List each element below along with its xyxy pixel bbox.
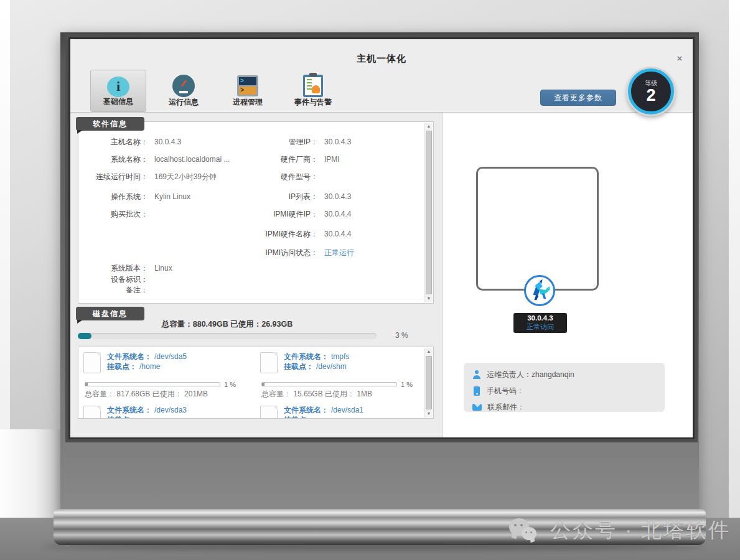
- fs-label: 文件系统名：: [284, 406, 329, 414]
- mount-value: /dev/shm: [316, 362, 347, 371]
- app-window: 主机一体化 × 基础信息 运行信息 进程管理: [70, 39, 693, 437]
- fs-label: 文件系统名：: [284, 352, 329, 361]
- field-label: 设备标识：: [81, 274, 148, 284]
- disk-item-percent: 1 %: [401, 381, 413, 388]
- field-value: Linux: [154, 264, 172, 273]
- disk-item-usage-bar: 1 %: [261, 378, 413, 390]
- scroll-up-icon[interactable]: [425, 123, 433, 130]
- contact-owner: 运维负责人：zhangdanqin: [487, 370, 574, 380]
- device-node-icon[interactable]: [524, 275, 555, 306]
- section-tag-software-info: 软件信息: [76, 117, 144, 131]
- field-label: 连续运行时间：: [81, 172, 148, 182]
- fs-label: 文件系统名：: [107, 352, 152, 361]
- field-value: 30.0.4.3: [324, 192, 351, 201]
- field-label: 系统名称：: [81, 154, 148, 164]
- contact-row: 手机号码：: [472, 385, 656, 397]
- field-value: IPMI: [324, 155, 340, 164]
- field-row: 设备标识：: [81, 274, 154, 284]
- field-label: 管理IP：: [234, 137, 318, 147]
- tab-runtime-info[interactable]: 运行信息: [156, 70, 212, 112]
- disk-item: 文件系统名：tmpfs 挂载点：/dev/shm 1 % 总容量： 15.65G…: [260, 351, 425, 403]
- field-row: 操作系统：Kylin Linux: [81, 192, 190, 202]
- field-row: IP列表：30.0.4.3: [234, 192, 351, 202]
- fs-value: tmpfs: [331, 352, 349, 361]
- scrollbar-thumb[interactable]: [426, 356, 432, 409]
- fs-value: /dev/sda5: [154, 352, 187, 361]
- disk-usage-progressbar: [78, 333, 377, 339]
- kiosk-display: 主机一体化 × 基础信息 运行信息 进程管理: [60, 32, 699, 516]
- disk-item: 文件系统名：/dev/sda1 挂载点：: [260, 404, 425, 419]
- field-label: IPMI硬件IP：: [234, 209, 318, 219]
- disk-item-usage-bar: 1 %: [85, 378, 236, 390]
- page-title: 主机一体化: [70, 53, 693, 65]
- device-ip: 30.0.4.3: [513, 313, 567, 323]
- scrollbar-thumb[interactable]: [426, 131, 432, 294]
- field-row: 硬件型号：: [234, 172, 324, 182]
- disk-usage-percent: 3 %: [395, 331, 408, 340]
- fs-value: /dev/sda1: [331, 406, 363, 414]
- wall-strip-right: [729, 0, 740, 520]
- mount-label: 挂载点：: [284, 362, 314, 371]
- field-row: 购买批次：: [81, 209, 154, 219]
- watermark: 公众号 · 北塔软件: [509, 516, 731, 544]
- tab-label: 基础信息: [91, 96, 146, 107]
- kylin-logo-icon: [528, 279, 551, 302]
- mail-icon: [472, 404, 482, 411]
- field-row: 备注：: [81, 285, 154, 295]
- field-label: 备注：: [81, 285, 148, 295]
- field-label: 硬件型号：: [234, 172, 318, 182]
- scroll-up-icon[interactable]: [425, 348, 433, 355]
- level-badge-value: 2: [646, 86, 655, 104]
- mount-label: 挂载点：: [107, 362, 137, 371]
- device-rack-outline: [476, 167, 599, 291]
- baseboard-left: [0, 429, 62, 520]
- field-row: 硬件厂商：IPMI: [234, 154, 340, 164]
- gauge-icon: [172, 75, 195, 97]
- field-value: Kylin Linux: [154, 192, 190, 201]
- scroll-down-icon[interactable]: [425, 410, 433, 418]
- field-label: 主机名称：: [81, 137, 148, 147]
- disk-list-panel: 文件系统名：/dev/sda5 挂载点：/home 1 % 总容量： 817.6…: [78, 347, 434, 419]
- scrollbar[interactable]: [424, 123, 433, 302]
- software-info-panel: 主机名称：30.0.4.3 系统名称：localhost.localdomai …: [78, 121, 434, 304]
- contact-phone: 手机号码：: [487, 386, 524, 396]
- field-label: IPMI访问状态：: [234, 248, 318, 258]
- tab-label: 进程管理: [220, 97, 276, 108]
- ipmi-status-link[interactable]: 正常运行: [324, 248, 354, 257]
- field-label: 购买批次：: [81, 209, 148, 219]
- fs-label: 文件系统名：: [107, 406, 152, 414]
- field-value: 169天2小时39分钟: [154, 172, 217, 181]
- view-more-params-button[interactable]: 查看更多参数: [540, 90, 616, 106]
- fs-value: /dev/sda3: [154, 406, 187, 414]
- tab-label: 运行信息: [156, 97, 212, 108]
- scrollbar[interactable]: [424, 348, 433, 418]
- field-label: 系统版本：: [81, 263, 148, 273]
- scroll-down-icon[interactable]: [425, 295, 433, 302]
- terminal-icon: [237, 75, 258, 96]
- mount-value: /home: [139, 362, 160, 371]
- contact-email: 联系邮件：: [487, 402, 525, 413]
- file-icon: [83, 352, 101, 373]
- file-icon: [83, 406, 101, 419]
- disk-item-percent: 1 %: [224, 381, 236, 388]
- field-row: 连续运行时间：169天2小时39分钟: [81, 172, 217, 182]
- field-value: 30.0.4.3: [324, 138, 351, 146]
- alarm-clipboard-icon: [303, 75, 323, 97]
- tab-basic-info[interactable]: 基础信息: [90, 70, 146, 112]
- disk-usage-fill: [78, 333, 91, 339]
- tab-process-management[interactable]: 进程管理: [220, 70, 276, 112]
- contact-row: 运维负责人：zhangdanqin: [472, 368, 656, 381]
- tab-label: 事件与告警: [285, 97, 341, 108]
- field-label: IPMI硬件名称：: [234, 229, 318, 239]
- field-row: IPMI硬件IP：30.0.4.4: [234, 209, 351, 219]
- device-tooltip: 30.0.4.3 正常访问: [513, 313, 567, 333]
- level-badge-label: 等级: [645, 80, 657, 86]
- file-icon: [260, 406, 278, 419]
- field-value: 30.0.4.4: [324, 210, 351, 218]
- close-button[interactable]: ×: [673, 52, 686, 65]
- disk-summary: 总容量：880.49GB 已使用：26.93GB: [78, 319, 377, 330]
- info-icon: [107, 77, 129, 97]
- tab-events-alarms[interactable]: 事件与告警: [285, 70, 341, 112]
- field-row: IPMI硬件名称：30.0.4.4: [234, 229, 351, 239]
- level-badge: 等级 2: [628, 68, 674, 114]
